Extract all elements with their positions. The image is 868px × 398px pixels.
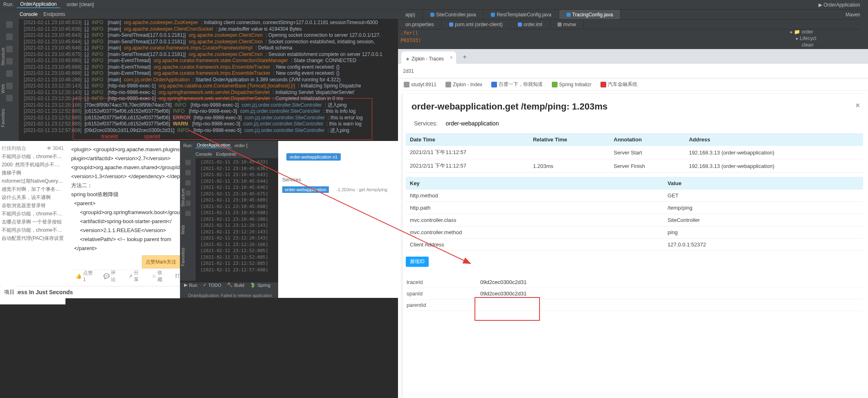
bookmarks-bar: studyt:8911Zipkin - Index百度一下，你就知道Spring… bbox=[398, 78, 868, 91]
tab-order-application[interactable]: OrderApplication bbox=[17, 1, 60, 8]
subtab-console[interactable]: Console bbox=[20, 11, 38, 17]
rerun-icon-sm[interactable] bbox=[185, 160, 191, 165]
run-tool[interactable]: ▶ Run bbox=[184, 282, 197, 288]
up-icon-sm[interactable] bbox=[185, 180, 191, 186]
more-button[interactable]: 打 bbox=[175, 273, 180, 279]
blog-sidebar-header: 行排列组合 👁 3041 bbox=[2, 144, 64, 152]
fav-button[interactable]: ☆ 收藏 bbox=[152, 269, 167, 283]
browser-window: ⎈ Zipkin - Traces × ＋ 2d31 studyt:8911Zi… bbox=[398, 49, 868, 398]
blog-sidebar-item[interactable]: 去哪点登录啊 一个登录按钮 bbox=[2, 218, 64, 226]
console-output[interactable]: [2021-02-11 23:10:45:633] [,] INFO [main… bbox=[24, 20, 382, 134]
browser-tab[interactable]: ⎈ Zipkin - Traces × bbox=[401, 51, 456, 64]
status-bar: OrderApplication: Failed to retrieve app… bbox=[184, 293, 274, 298]
share-button[interactable]: ↗ 分享 bbox=[128, 269, 143, 283]
blog-sidebar-item[interactable]: 感觉不对啊，加了个事务，跟 bbox=[2, 185, 64, 193]
editor-tab[interactable]: TracingConfig.java bbox=[559, 10, 621, 19]
vtab-fav-sm[interactable]: Favorites bbox=[180, 245, 186, 268]
trace-bar[interactable]: order-webapplication -1.203ms : get /tem… bbox=[282, 186, 397, 193]
close-panel-icon[interactable]: × bbox=[855, 101, 860, 110]
blog-sidebar-item[interactable]: 谷歌浏览器里登录呀 bbox=[2, 201, 64, 210]
bookmark-item[interactable]: 汽车金融系统 bbox=[600, 81, 637, 88]
blog-sidebar: 行排列组合 👁 3041 不能同步功能，chrome不能...2000: 然而手… bbox=[0, 141, 65, 304]
vtab-web-sm[interactable]: Web bbox=[180, 223, 186, 237]
mark-button[interactable]: 点赞Mark关注 bbox=[142, 255, 180, 268]
blog-sidebar-item[interactable]: nsformer过期NativeQueryIm... bbox=[2, 177, 64, 185]
ide-console-large: Run: OrderApplication order [clean] Cons… bbox=[0, 0, 398, 141]
tab-order-sm[interactable]: order [ bbox=[234, 143, 247, 148]
console-output-sm[interactable]: [2021-02-11 23:10:45:633] [2021-02-11 23… bbox=[200, 159, 268, 273]
table-row: mvc.controller.classSiteController bbox=[406, 214, 863, 226]
span-services: Services: order-webapplication bbox=[403, 116, 866, 133]
trash-icon[interactable] bbox=[6, 95, 13, 101]
editor-tab[interactable]: app) bbox=[398, 10, 423, 19]
subtab-endpoints-sm[interactable]: Endpoints bbox=[216, 152, 236, 157]
vtab-web[interactable]: Web bbox=[0, 82, 6, 96]
editor-tab[interactable]: pom.xml (order-client) bbox=[442, 20, 510, 29]
id-row: traceId09d2cec0300c2d31 bbox=[406, 277, 863, 288]
editor-tab[interactable]: SiteController.java bbox=[423, 10, 483, 19]
bookmark-item[interactable]: 百度一下，你就知道 bbox=[491, 81, 543, 88]
table-row: http.methodGET bbox=[406, 190, 863, 202]
blog-sidebar-item[interactable]: 不能同步功能，chrome不能... bbox=[2, 210, 64, 218]
bookmark-item[interactable]: Zipkin - Index bbox=[445, 82, 482, 87]
misc-bottom: 项目 bbox=[2, 286, 17, 298]
todo-tool[interactable]: ✓ TODO bbox=[203, 282, 221, 288]
right-gutter bbox=[860, 0, 868, 49]
down-icon[interactable] bbox=[6, 58, 13, 65]
tab-orderapp-sm[interactable]: OrderApplication bbox=[195, 143, 232, 148]
spring-tool[interactable]: 🍃 Spring bbox=[250, 282, 270, 288]
vtab-favorites[interactable]: Favorites bbox=[0, 106, 6, 130]
trace-bar-label: -1.203ms : get /temp/ping bbox=[336, 187, 387, 192]
wrap-icon-sm[interactable] bbox=[185, 201, 191, 206]
blog-sidebar-item[interactable]: 2000: 然而手机端同步不了， bbox=[2, 161, 64, 169]
bookmark-item[interactable]: studyt:8911 bbox=[404, 82, 436, 87]
annotations-table: Date TimeRelative TimeAnnotationAddress … bbox=[406, 133, 863, 173]
table-row: 2021/2/11 下午11:12:571.203msServer Finish… bbox=[406, 159, 863, 173]
tab-order-clean[interactable]: order [clean] bbox=[63, 1, 97, 8]
blog-actions: 👍 点赞1 💬 评论 ↗ 分享 ☆ 收藏 打 bbox=[72, 270, 180, 282]
project-tree[interactable]: ▸ 📁 order ▸ Lifecycl clean bbox=[790, 29, 856, 48]
editor-tab[interactable]: on.properties bbox=[398, 20, 442, 29]
subtab-endpoints[interactable]: Endpoints bbox=[43, 11, 65, 17]
bookmark-item[interactable]: Spring Initializr bbox=[552, 82, 591, 87]
stop-icon[interactable] bbox=[6, 34, 13, 40]
editor-tab[interactable]: RestTemplateConfig.java bbox=[483, 10, 559, 19]
subtab-console-sm[interactable]: Console bbox=[196, 152, 212, 157]
blog-sidebar-item[interactable]: 不能同步功能，chrome不能... bbox=[2, 226, 64, 234]
blog-sidebar-item[interactable]: 搜梯子啊 bbox=[2, 169, 64, 177]
like-button[interactable]: 👍 点赞1 bbox=[76, 270, 95, 282]
print-icon-sm[interactable] bbox=[185, 211, 191, 216]
blog-sidebar-item[interactable]: 设什么关系，说不通啊 bbox=[2, 193, 64, 201]
vtab-structure-sm[interactable]: Structure bbox=[180, 186, 186, 209]
ide-console-small: Run: OrderApplication order [ Console En… bbox=[180, 141, 278, 298]
table-row: http.path/temp/ping bbox=[406, 202, 863, 214]
editor-tab[interactable]: order.iml bbox=[510, 20, 550, 29]
trace-bar-segment: order-webapplication bbox=[282, 186, 329, 193]
wrap-icon[interactable] bbox=[6, 70, 13, 77]
show-ids-button[interactable]: 展现ID bbox=[406, 257, 429, 267]
bottom-strip: Access In Just Seconds bbox=[0, 286, 180, 298]
table-row: 2021/2/11 下午11:12:57Server Start192.168.… bbox=[406, 146, 863, 159]
up-icon[interactable] bbox=[6, 46, 13, 52]
blog-sidebar-item[interactable]: 自动配置代理(PAC)保存设置 bbox=[2, 234, 64, 242]
rerun-icon[interactable] bbox=[6, 21, 13, 28]
new-tab-button[interactable]: ＋ bbox=[460, 52, 469, 61]
table-row: Client Address127.0.0.1:52372 bbox=[406, 239, 863, 251]
annotation-spanid: spanId bbox=[144, 133, 160, 139]
address-bar[interactable]: 2d31 bbox=[398, 64, 868, 78]
service-badge[interactable]: order-webapplication x1 bbox=[286, 153, 341, 161]
id-row: spanId09d2cec0300c2d31 bbox=[406, 288, 863, 300]
print-icon[interactable] bbox=[6, 83, 13, 89]
services-header: Services bbox=[282, 177, 401, 183]
vtab-structure[interactable]: Structure bbox=[0, 45, 6, 68]
blog-sidebar-item[interactable]: 不能同步功能，chrome不能... bbox=[2, 152, 64, 161]
editor-tab[interactable]: mvnw bbox=[550, 20, 584, 29]
comment-button[interactable]: 💬 评论 bbox=[103, 269, 120, 283]
stop-icon-sm[interactable] bbox=[185, 170, 191, 175]
ids-section: traceId09d2cec0300c2d31spanId09d2cec0300… bbox=[406, 277, 863, 311]
build-tool[interactable]: 🔨 Build bbox=[227, 282, 244, 288]
down-icon-sm[interactable] bbox=[185, 190, 191, 196]
close-tab-icon[interactable]: × bbox=[450, 55, 453, 60]
run-tabs: Run: OrderApplication order [clean] bbox=[0, 0, 398, 9]
browser-tabbar: ⎈ Zipkin - Traces × ＋ bbox=[398, 49, 868, 64]
